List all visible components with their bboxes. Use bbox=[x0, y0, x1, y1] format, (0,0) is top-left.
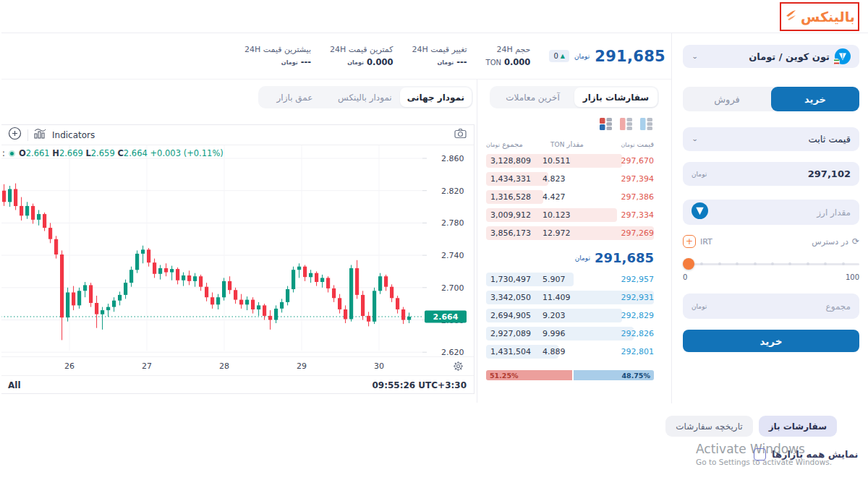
orderbook-view-modes bbox=[483, 118, 651, 133]
sell-orders-list: 3,128,80910.511297,670 1,434,3314.823297… bbox=[485, 154, 652, 240]
toman-symbol: تومان bbox=[690, 303, 705, 310]
chart-range-bar: All 09:55:26 UTC+3:30 bbox=[0, 375, 472, 394]
orderbook-column-headers: قیمت تومان مقدار TON مجموع تومان bbox=[485, 140, 652, 148]
buy-sell-tabs: خریدفروش bbox=[681, 87, 858, 111]
ton-coin-icon bbox=[833, 48, 849, 64]
time-axis-label: 26 bbox=[63, 361, 73, 371]
add-compare-icon[interactable] bbox=[7, 127, 20, 143]
camera-icon[interactable] bbox=[453, 128, 465, 142]
sell-order-row[interactable]: 1,316,5284.427297,386 bbox=[485, 190, 652, 204]
price-input[interactable]: تومان 297,102 bbox=[681, 162, 858, 186]
buy-order-row[interactable]: 1,431,5044.889292,801 bbox=[485, 345, 652, 359]
chart-clock: 09:55:26 UTC+3:30 bbox=[370, 380, 465, 390]
chart-tab[interactable]: عمق بازار bbox=[258, 87, 328, 107]
orderbook-mode-both-icon[interactable] bbox=[598, 118, 610, 133]
svg-text:2.664: 2.664 bbox=[432, 312, 457, 322]
chart-toolbar: Indicators bbox=[0, 125, 472, 145]
time-axis-label: 30 bbox=[373, 361, 383, 371]
slider-tick bbox=[805, 262, 808, 265]
market-stat: حجم 24H0.000TON bbox=[485, 45, 529, 67]
brand-logo-icon bbox=[783, 9, 796, 25]
refresh-icon[interactable]: ⟳ bbox=[851, 236, 858, 247]
total-placeholder: مجموع bbox=[825, 301, 849, 312]
buy-depth-segment: 48.75% bbox=[572, 370, 652, 380]
price-value: 297,102 bbox=[807, 168, 849, 179]
ton-coin-icon bbox=[690, 202, 707, 222]
svg-text:2.740: 2.740 bbox=[440, 251, 463, 260]
buy-button[interactable]: خرید bbox=[681, 330, 858, 352]
show-all-markets-row: نمایش همه بازارها bbox=[752, 448, 856, 461]
top-bar: بالینکس bbox=[0, 0, 868, 33]
orderbook-tabs: سفارشات بازارآخرین معاملات bbox=[488, 86, 658, 108]
slider-handle[interactable] bbox=[681, 258, 693, 270]
market-stat: کمترین قیمت 24H0.000تومان bbox=[328, 45, 391, 67]
amount-percent-slider[interactable] bbox=[681, 258, 858, 270]
slider-labels: 0 100 bbox=[681, 273, 858, 281]
orderbook-tab[interactable]: آخرین معاملات bbox=[490, 87, 573, 107]
sell-order-row[interactable]: 3,128,80910.511297,670 bbox=[485, 154, 652, 168]
available-balance-row: ⟳ در دسترس + IRT bbox=[681, 235, 858, 248]
pair-name: تون کوین / تومان bbox=[747, 48, 849, 64]
candlestick-chart[interactable]: : O2.661 H2.669 L2.659 C2.664 +0.003 (+0… bbox=[0, 145, 472, 356]
pair-selector[interactable]: تون کوین / تومان ⌄ bbox=[681, 45, 858, 68]
chart-card: Indicators : O2.661 H2.669 L2.659 C2.664… bbox=[0, 124, 473, 394]
chevron-down-icon: ⌄ bbox=[690, 135, 697, 142]
buy-order-row[interactable]: 2,927,0899.996292,826 bbox=[485, 327, 652, 341]
trade-tab[interactable]: فروش bbox=[681, 87, 770, 111]
indicators-icon[interactable] bbox=[33, 128, 45, 142]
last-price: 291,685 bbox=[593, 48, 664, 65]
orderbook-tab[interactable]: سفارشات بازار bbox=[573, 87, 656, 107]
sell-depth-segment: 51.25% bbox=[485, 370, 571, 380]
buy-order-row[interactable]: 1,730,4975.907292,957 bbox=[485, 273, 652, 286]
sell-order-row[interactable]: 1,434,3314.823297,394 bbox=[485, 172, 652, 186]
ohlc-values: O2.661 H2.669 L2.659 C2.664 +0.003 (+0.1… bbox=[17, 148, 222, 158]
slider-tick bbox=[770, 262, 773, 265]
svg-text:2.620: 2.620 bbox=[440, 348, 463, 356]
chart-time-axis[interactable]: 2627282930 bbox=[0, 356, 472, 375]
toman-symbol: تومان bbox=[574, 254, 589, 262]
buy-order-row[interactable]: 2,694,9059.203292,829 bbox=[485, 309, 652, 322]
orders-section-tabs: سفارشات باز تاریخچه سفارشات bbox=[671, 416, 851, 437]
buy-orders-list: 1,730,4975.907292,957 3,342,05011.409292… bbox=[485, 273, 652, 359]
tab-open-orders[interactable]: سفارشات باز bbox=[757, 416, 835, 437]
series-dot-icon bbox=[7, 150, 14, 157]
order-type-select[interactable]: قیمت ثابت ⌄ bbox=[681, 127, 858, 151]
chart-canvas[interactable]: 2.8602.8202.7802.7402.7002.6602.6202.664 bbox=[0, 145, 472, 359]
indicators-label[interactable]: Indicators bbox=[51, 130, 93, 140]
chart-tab[interactable]: نمودار جهانی bbox=[399, 87, 470, 107]
slider-tick bbox=[717, 262, 720, 265]
orderbook-mid-price: 291,685 تومان bbox=[485, 250, 652, 265]
chart-tab[interactable]: نمودار بالینکس bbox=[328, 87, 399, 107]
tab-order-history[interactable]: تاریخچه سفارشات bbox=[664, 416, 751, 437]
time-axis-label: 28 bbox=[218, 361, 228, 371]
chart-view-tabs: نمودار جهانینمودار بالینکسعمق بازار bbox=[257, 86, 472, 108]
orderbook-mode-buys-icon[interactable] bbox=[639, 118, 651, 133]
deposit-plus-icon[interactable]: + bbox=[681, 235, 694, 248]
svg-text:2.780: 2.780 bbox=[440, 218, 463, 228]
time-axis-label: 27 bbox=[140, 361, 150, 371]
show-all-markets-checkbox[interactable] bbox=[752, 448, 765, 461]
slider-tick bbox=[752, 262, 755, 265]
range-all[interactable]: All bbox=[7, 380, 20, 390]
trade-tab[interactable]: خرید bbox=[770, 87, 858, 111]
orderbook-mode-sells-icon[interactable] bbox=[618, 118, 631, 133]
svg-text:2.820: 2.820 bbox=[440, 187, 463, 196]
toman-symbol: تومان bbox=[573, 53, 588, 60]
market-stat: بیشترین قیمت 24H---تومان bbox=[243, 45, 310, 67]
sell-order-row[interactable]: 3,009,91210.123297,334 bbox=[485, 208, 652, 222]
amount-placeholder: مقدار ارز bbox=[815, 207, 849, 218]
axis-settings-gear-icon[interactable] bbox=[451, 361, 462, 374]
market-stats-bar: 291,685 تومان ▲ 0 حجم 24H0.000TONتغییر ق… bbox=[0, 33, 670, 80]
depth-ratio-bar: 51.25% 48.75% bbox=[485, 370, 652, 380]
arrow-up-icon: ▲ bbox=[559, 53, 563, 59]
sell-order-row[interactable]: 3,856,17312.972297,269 bbox=[485, 226, 652, 240]
market-stat: تغییر قیمت 24H---تومان bbox=[410, 45, 465, 67]
amount-input[interactable]: مقدار ارز bbox=[681, 200, 858, 225]
chevron-down-icon: ⌄ bbox=[690, 53, 697, 60]
svg-text:2.700: 2.700 bbox=[440, 283, 463, 293]
buy-order-row[interactable]: 3,342,05011.409292,931 bbox=[485, 291, 652, 304]
slider-tick bbox=[841, 262, 843, 265]
total-input[interactable]: تومان مجموع bbox=[681, 294, 858, 319]
time-axis-label: 29 bbox=[295, 361, 305, 371]
available-unit: IRT bbox=[699, 237, 711, 247]
